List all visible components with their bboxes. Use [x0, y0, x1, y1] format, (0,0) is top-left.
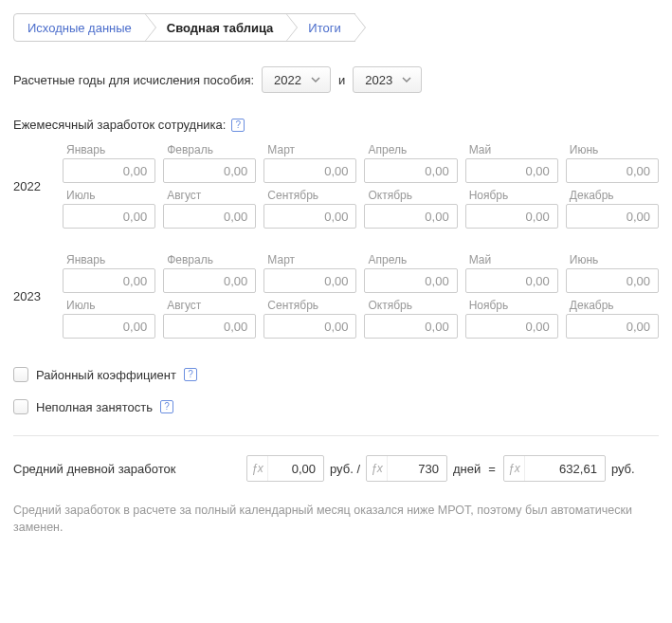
earnings-input-2023-may[interactable] — [465, 268, 558, 293]
earnings-input-2022-dec[interactable] — [566, 204, 659, 229]
month-label: Ноябрь — [465, 189, 558, 202]
calc-years-row: Расчетные годы для исчисления пособия: 2… — [13, 66, 659, 93]
days-input[interactable] — [388, 456, 446, 481]
month-label: Январь — [63, 253, 155, 266]
month-label: Апрель — [364, 253, 457, 266]
earnings-input-2023-feb[interactable] — [163, 268, 256, 293]
help-icon[interactable]: ? — [160, 400, 173, 413]
avg-daily-row: Средний дневной заработок ƒx руб. / ƒx д… — [13, 455, 659, 482]
and-label: и — [338, 73, 345, 87]
earnings-input-2022-jun[interactable] — [566, 158, 659, 183]
month-label: Июнь — [566, 143, 659, 156]
month-label: Октябрь — [364, 299, 457, 312]
earnings-input-2023-dec[interactable] — [566, 314, 659, 339]
mrot-note: Средний заработок в расчете за полный ка… — [13, 503, 659, 536]
unit-days: дней — [453, 462, 481, 476]
month-label: Март — [263, 253, 356, 266]
earnings-input-2023-jul[interactable] — [63, 314, 155, 339]
divider — [13, 435, 659, 436]
earnings-input-2023-jan[interactable] — [63, 268, 155, 293]
month-label: Май — [465, 253, 558, 266]
earnings-input-2022-nov[interactable] — [465, 204, 558, 229]
earnings-input-2022-apr[interactable] — [364, 158, 457, 183]
earnings-input-2023-mar[interactable] — [263, 268, 356, 293]
calc-years-label: Расчетные годы для исчисления пособия: — [13, 73, 254, 87]
month-label: Май — [465, 143, 558, 156]
month-label: Август — [163, 299, 256, 312]
earnings-input-2022-oct[interactable] — [364, 204, 457, 229]
chevron-down-icon — [307, 67, 324, 92]
step-source[interactable]: Исходные данные — [13, 13, 146, 42]
district-coeff-label: Районный коэффициент — [36, 368, 176, 382]
help-icon[interactable]: ? — [184, 368, 197, 381]
total-input[interactable] — [525, 456, 605, 481]
month-label: Август — [163, 189, 256, 202]
earnings-input-2022-feb[interactable] — [163, 158, 256, 183]
step-summary[interactable]: Сводная таблица — [145, 13, 287, 42]
district-coeff-checkbox[interactable] — [13, 367, 28, 382]
days-box[interactable]: ƒx — [366, 455, 447, 482]
earnings-input-2023-apr[interactable] — [364, 268, 457, 293]
month-label: Январь — [63, 143, 155, 156]
month-label: Февраль — [163, 143, 256, 156]
earnings-input-2022-mar[interactable] — [263, 158, 356, 183]
month-label: Февраль — [163, 253, 256, 266]
earnings-label: Ежемесячный заработок сотрудника: — [13, 118, 226, 132]
year1-select[interactable]: 2022 — [262, 66, 331, 93]
part-time-checkbox[interactable] — [13, 399, 28, 414]
chevron-down-icon — [398, 67, 415, 92]
month-label: Июль — [63, 299, 155, 312]
steps-nav: Исходные данные Сводная таблица Итоги — [13, 13, 659, 42]
month-label: Сентябрь — [263, 299, 356, 312]
earnings-input-2022-sep[interactable] — [263, 204, 356, 229]
year-2023-row: 2023 Январь Февраль Март Апрель Май Июнь… — [13, 253, 659, 339]
earnings-input-2023-nov[interactable] — [465, 314, 558, 339]
month-label: Апрель — [364, 143, 457, 156]
year-2022-row: 2022 Январь Февраль Март Апрель Май Июнь… — [13, 143, 659, 229]
earnings-input-2023-aug[interactable] — [163, 314, 256, 339]
unit-rub: руб. — [611, 462, 635, 476]
earnings-input-2022-jan[interactable] — [63, 158, 155, 183]
equals-sign: = — [486, 462, 498, 476]
month-label: Сентябрь — [263, 189, 356, 202]
fx-icon: ƒx — [247, 456, 268, 481]
earnings-input-2023-sep[interactable] — [263, 314, 356, 339]
earnings-label-row: Ежемесячный заработок сотрудника: ? — [13, 118, 659, 132]
part-time-label: Неполная занятость — [36, 400, 153, 414]
part-time-row: Неполная занятость ? — [13, 399, 659, 414]
earnings-input-2023-jun[interactable] — [566, 268, 659, 293]
earnings-input-2022-may[interactable] — [465, 158, 558, 183]
avg-daily-label: Средний дневной заработок — [13, 462, 241, 476]
month-label: Октябрь — [364, 189, 457, 202]
month-label: Июнь — [566, 253, 659, 266]
total-box[interactable]: ƒx — [503, 455, 606, 482]
year-2022-label: 2022 — [13, 179, 63, 193]
avg-amount-box[interactable]: ƒx — [246, 455, 324, 482]
earnings-input-2022-jul[interactable] — [63, 204, 155, 229]
fx-icon: ƒx — [504, 456, 525, 481]
month-label: Декабрь — [566, 189, 659, 202]
month-label: Декабрь — [566, 299, 659, 312]
month-label: Март — [263, 143, 356, 156]
unit-rub-per: руб. / — [330, 462, 360, 476]
fx-icon: ƒx — [367, 456, 388, 481]
earnings-input-2023-oct[interactable] — [364, 314, 457, 339]
year2-select[interactable]: 2023 — [353, 66, 422, 93]
month-label: Июль — [63, 189, 155, 202]
earnings-input-2022-aug[interactable] — [163, 204, 256, 229]
avg-amount-input[interactable] — [268, 456, 323, 481]
year-2023-label: 2023 — [13, 289, 63, 303]
month-label: Ноябрь — [465, 299, 558, 312]
district-coeff-row: Районный коэффициент ? — [13, 367, 659, 382]
help-icon[interactable]: ? — [231, 119, 245, 132]
